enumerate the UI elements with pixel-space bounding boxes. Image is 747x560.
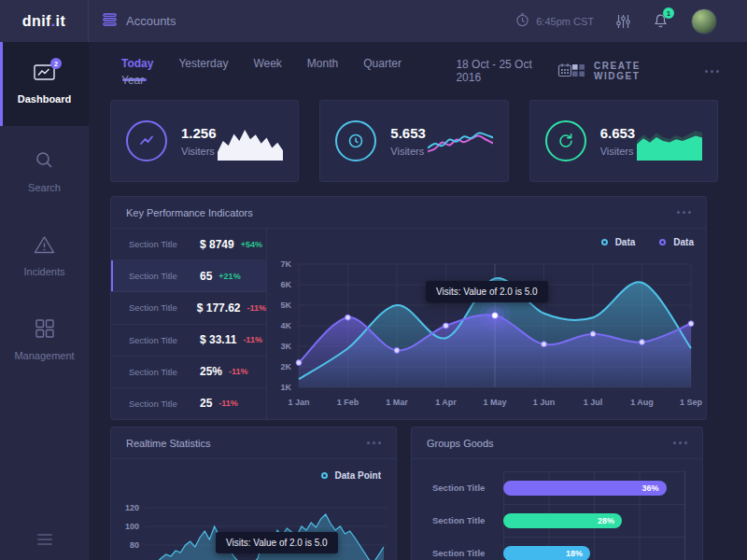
tab-year[interactable]: Year [121,74,144,87]
goal-track: 36% [503,471,685,504]
sidebar-collapse-button[interactable] [0,534,89,545]
svg-text:3K: 3K [280,342,291,351]
goal-label: Section Title [412,515,503,525]
kpi-panel-header: Key Performance Indicators [111,197,706,229]
sidebar: 2 Dashboard Search Incidents Management [0,42,89,560]
svg-text:1 Aug: 1 Aug [630,398,654,407]
more-menu-icon[interactable] [705,70,719,73]
kpi-row-value: 65 [200,270,212,283]
kpi-row-change: +21% [218,272,240,281]
sidebar-label: Search [28,182,61,193]
avatar[interactable] [691,8,717,35]
legend-item[interactable]: Data [601,237,636,247]
topbar-actions: 6:45pm CST 1 [515,8,717,35]
chart-legend: Data Data [601,237,694,247]
more-menu-icon[interactable] [673,441,687,444]
tabbar-actions: CREATE WIDGET [572,61,719,81]
kpi-row-label: Section Title [129,335,189,345]
card-label: Visiters [181,146,217,157]
kpi-row[interactable]: Section Title$ 177.62-11% [111,292,266,324]
svg-text:120: 120 [125,503,139,512]
card-value: 1.256 [181,125,217,141]
date-range-text: 18 Oct - 25 Oct 2016 [456,58,549,84]
svg-text:1 Jun: 1 Jun [533,398,556,407]
sidebar-item-management[interactable]: Management [0,301,89,378]
svg-text:1 Jan: 1 Jan [288,398,309,407]
svg-text:1 Feb: 1 Feb [337,398,359,407]
create-widget-button[interactable]: CREATE WIDGET [572,61,677,81]
time-text: 6:45pm CST [536,16,594,27]
tab-week[interactable]: Week [253,57,281,70]
more-menu-icon[interactable] [367,441,381,444]
visitors-card-1[interactable]: 1.256 Visiters [110,100,299,182]
stat-cards: 1.256 Visiters 5.653 Visiters [89,100,747,182]
accounts-menu[interactable]: Accounts [103,13,176,29]
sidebar-item-incidents[interactable]: Incidents [0,217,89,294]
sparkline-chart [637,119,702,162]
more-menu-icon[interactable] [677,211,691,214]
notification-badge: 1 [663,7,674,19]
tab-today[interactable]: Today [121,57,153,70]
legend-label: Data [673,237,694,247]
legend-dot-icon [659,239,666,245]
card-value: 6.653 [600,125,636,141]
sidebar-label: Management [14,350,74,361]
sidebar-label: Dashboard [18,93,71,105]
legend-dot-icon [601,239,608,245]
svg-text:1 May: 1 May [483,398,506,407]
period-tabs: TodayYesterdayWeekMonthQuarterYear [121,54,444,88]
chart-tooltip: Visits: Value of 2.0 is 5.0 [216,532,338,553]
visitors-card-3[interactable]: 6.653 Visiters [529,100,718,182]
svg-text:5K: 5K [280,301,291,310]
main-content: TodayYesterdayWeekMonthQuarterYear 18 Oc… [89,42,747,560]
svg-text:1 Mar: 1 Mar [386,398,408,407]
tab-quarter[interactable]: Quarter [363,57,402,70]
panel-title: Realtime Statistics [126,438,210,449]
kpi-row-label: Section Title [129,367,189,377]
svg-text:1 Apr: 1 Apr [435,398,457,407]
kpi-row[interactable]: Section Title65+21% [111,260,266,292]
trend-ring-icon [126,120,167,161]
kpi-row-change: -11% [229,367,248,376]
card-meta: 6.653 Visiters [600,125,636,157]
visitors-card-2[interactable]: 5.653 Visiters [319,100,508,182]
logo[interactable]: dnif.it [0,0,89,42]
goal-progress-bar: 28% [503,513,622,528]
groups-goods-panel: Groups Goods Section Title36%Section Tit… [411,427,703,560]
svg-text:1K: 1K [280,383,291,392]
tab-yesterday[interactable]: Yesterday [178,57,228,70]
kpi-row-label: Section Title [129,239,189,249]
svg-text:2K: 2K [280,362,291,371]
kpi-row[interactable]: Section Title25-11% [111,388,266,419]
tab-month[interactable]: Month [307,57,338,70]
svg-text:6K: 6K [280,280,291,289]
kpi-row-value: 25% [200,365,222,378]
goal-row: Section Title18% [412,537,702,560]
goal-progress-bar: 36% [503,481,667,496]
visits-line-chart[interactable]: 7K6K5K4K3K2K1K1 Jan1 Feb1 Mar1 Apr1 May1… [271,251,702,417]
notifications-bell-button[interactable]: 1 [653,13,669,29]
kpi-row[interactable]: Section Title$ 33.11-11% [111,325,266,357]
legend-item[interactable]: Data Point [321,470,381,481]
logo-text: dnif.it [22,13,65,30]
legend-label: Data Point [335,470,381,481]
kpi-row[interactable]: Section Title$ 8749+54% [111,229,266,260]
create-widget-label: CREATE WIDGET [594,61,677,81]
legend-label: Data [615,237,636,247]
search-icon [35,150,54,170]
legend-item[interactable]: Data [659,237,694,247]
date-range-picker[interactable]: 18 Oct - 25 Oct 2016 [456,58,572,84]
widget-grid-icon [572,64,585,78]
dashboard-app: dnif.it Accounts 6:45pm CST 1 [0,0,747,560]
grid-icon [35,319,54,338]
groups-goods-header: Groups Goods [412,427,702,459]
svg-text:1 Jul: 1 Jul [584,398,603,407]
svg-text:80: 80 [130,540,139,550]
clock-ring-icon [335,120,376,161]
sidebar-item-search[interactable]: Search [0,133,89,210]
kpi-row[interactable]: Section Title25%-11% [111,357,266,388]
settings-sliders-button[interactable] [616,14,630,29]
sidebar-item-dashboard[interactable]: 2 Dashboard [0,42,89,126]
goal-row: Section Title36% [412,471,702,504]
list-icon [103,13,118,29]
